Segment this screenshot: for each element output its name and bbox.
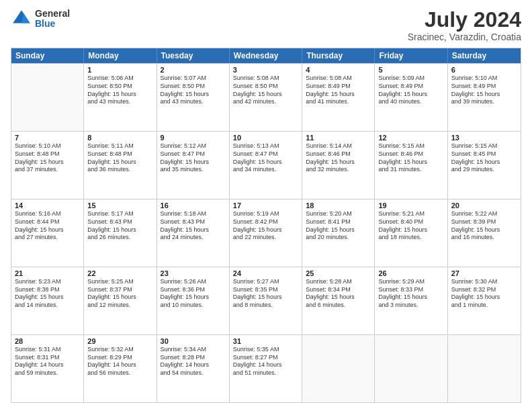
day-number: 1	[87, 66, 152, 74]
day-number: 13	[451, 134, 517, 142]
day-number: 22	[87, 269, 152, 277]
day-number: 18	[306, 201, 371, 210]
day-cell-26: 26Sunrise: 5:29 AM Sunset: 8:33 PM Dayli…	[375, 267, 447, 334]
day-info: Sunrise: 5:21 AM Sunset: 8:40 PM Dayligh…	[378, 210, 443, 242]
day-info: Sunrise: 5:26 AM Sunset: 8:36 PM Dayligh…	[161, 278, 226, 310]
day-number: 15	[87, 201, 152, 210]
day-number: 7	[15, 134, 80, 142]
day-info: Sunrise: 5:35 AM Sunset: 8:27 PM Dayligh…	[233, 346, 298, 377]
day-info: Sunrise: 5:32 AM Sunset: 8:29 PM Dayligh…	[87, 346, 152, 377]
day-cell-3: 3Sunrise: 5:08 AM Sunset: 8:50 PM Daylig…	[230, 64, 302, 131]
day-cell-empty-0-0	[11, 64, 84, 131]
day-info: Sunrise: 5:23 AM Sunset: 8:38 PM Dayligh…	[15, 278, 80, 310]
day-info: Sunrise: 5:20 AM Sunset: 8:41 PM Dayligh…	[306, 210, 371, 242]
day-number: 24	[233, 269, 298, 277]
title-section: July 2024 Sracinec, Varazdin, Croatia	[408, 8, 521, 42]
day-info: Sunrise: 5:15 AM Sunset: 8:46 PM Dayligh…	[378, 142, 443, 174]
day-info: Sunrise: 5:30 AM Sunset: 8:32 PM Dayligh…	[451, 278, 517, 310]
day-info: Sunrise: 5:17 AM Sunset: 8:43 PM Dayligh…	[87, 210, 152, 242]
location: Sracinec, Varazdin, Croatia	[408, 32, 521, 42]
day-number: 29	[87, 337, 152, 345]
logo-icon	[11, 8, 32, 30]
page: General Blue July 2024 Sracinec, Varazdi…	[0, 0, 532, 411]
day-cell-19: 19Sunrise: 5:21 AM Sunset: 8:40 PM Dayli…	[375, 199, 447, 267]
day-cell-9: 9Sunrise: 5:12 AM Sunset: 8:47 PM Daylig…	[157, 132, 230, 199]
day-number: 8	[87, 134, 152, 142]
day-cell-14: 14Sunrise: 5:16 AM Sunset: 8:44 PM Dayli…	[11, 199, 84, 267]
day-info: Sunrise: 5:27 AM Sunset: 8:35 PM Dayligh…	[233, 278, 298, 310]
day-info: Sunrise: 5:10 AM Sunset: 8:48 PM Dayligh…	[15, 142, 80, 174]
day-number: 11	[306, 134, 371, 142]
weekday-header-saturday: Saturday	[448, 48, 521, 63]
day-number: 30	[161, 337, 226, 345]
day-cell-15: 15Sunrise: 5:17 AM Sunset: 8:43 PM Dayli…	[84, 199, 157, 267]
day-cell-12: 12Sunrise: 5:15 AM Sunset: 8:46 PM Dayli…	[375, 132, 447, 199]
day-cell-24: 24Sunrise: 5:27 AM Sunset: 8:35 PM Dayli…	[230, 267, 302, 334]
day-cell-18: 18Sunrise: 5:20 AM Sunset: 8:41 PM Dayli…	[302, 199, 375, 267]
day-cell-25: 25Sunrise: 5:28 AM Sunset: 8:34 PM Dayli…	[302, 267, 375, 334]
logo-text: General Blue	[35, 9, 70, 30]
calendar-row-4: 21Sunrise: 5:23 AM Sunset: 8:38 PM Dayli…	[11, 267, 521, 334]
header: General Blue July 2024 Sracinec, Varazdi…	[11, 8, 521, 42]
day-info: Sunrise: 5:14 AM Sunset: 8:46 PM Dayligh…	[306, 142, 371, 174]
day-cell-empty-4-4	[302, 335, 375, 402]
day-cell-empty-4-6	[448, 335, 521, 402]
day-cell-20: 20Sunrise: 5:22 AM Sunset: 8:39 PM Dayli…	[448, 199, 521, 267]
day-number: 28	[15, 337, 80, 345]
weekday-header-monday: Monday	[84, 48, 157, 63]
calendar-row-2: 7Sunrise: 5:10 AM Sunset: 8:48 PM Daylig…	[11, 131, 521, 199]
day-cell-27: 27Sunrise: 5:30 AM Sunset: 8:32 PM Dayli…	[448, 267, 521, 334]
day-number: 21	[15, 269, 80, 277]
weekday-header-thursday: Thursday	[302, 48, 375, 63]
calendar-row-1: 1Sunrise: 5:06 AM Sunset: 8:50 PM Daylig…	[11, 63, 521, 131]
day-cell-empty-4-5	[375, 335, 447, 402]
weekday-header-wednesday: Wednesday	[230, 48, 302, 63]
day-number: 31	[233, 337, 298, 345]
day-number: 10	[233, 134, 298, 142]
day-info: Sunrise: 5:08 AM Sunset: 8:49 PM Dayligh…	[306, 75, 371, 106]
day-cell-28: 28Sunrise: 5:31 AM Sunset: 8:31 PM Dayli…	[11, 335, 84, 402]
day-number: 20	[451, 201, 517, 210]
day-info: Sunrise: 5:18 AM Sunset: 8:43 PM Dayligh…	[161, 210, 226, 242]
day-number: 6	[451, 66, 517, 74]
day-cell-1: 1Sunrise: 5:06 AM Sunset: 8:50 PM Daylig…	[84, 64, 157, 131]
calendar-body: 1Sunrise: 5:06 AM Sunset: 8:50 PM Daylig…	[11, 63, 521, 402]
day-number: 17	[233, 201, 298, 210]
day-number: 26	[378, 269, 443, 277]
calendar: SundayMondayTuesdayWednesdayThursdayFrid…	[11, 48, 521, 403]
day-cell-21: 21Sunrise: 5:23 AM Sunset: 8:38 PM Dayli…	[11, 267, 84, 334]
day-cell-16: 16Sunrise: 5:18 AM Sunset: 8:43 PM Dayli…	[157, 199, 230, 267]
logo: General Blue	[11, 8, 70, 30]
logo-blue: Blue	[35, 19, 70, 29]
day-info: Sunrise: 5:28 AM Sunset: 8:34 PM Dayligh…	[306, 278, 371, 310]
day-cell-29: 29Sunrise: 5:32 AM Sunset: 8:29 PM Dayli…	[84, 335, 157, 402]
day-cell-10: 10Sunrise: 5:13 AM Sunset: 8:47 PM Dayli…	[230, 132, 302, 199]
day-info: Sunrise: 5:06 AM Sunset: 8:50 PM Dayligh…	[87, 75, 152, 106]
day-info: Sunrise: 5:19 AM Sunset: 8:42 PM Dayligh…	[233, 210, 298, 242]
calendar-row-5: 28Sunrise: 5:31 AM Sunset: 8:31 PM Dayli…	[11, 334, 521, 402]
day-info: Sunrise: 5:07 AM Sunset: 8:50 PM Dayligh…	[161, 75, 226, 106]
day-info: Sunrise: 5:16 AM Sunset: 8:44 PM Dayligh…	[15, 210, 80, 242]
calendar-row-3: 14Sunrise: 5:16 AM Sunset: 8:44 PM Dayli…	[11, 199, 521, 267]
day-info: Sunrise: 5:13 AM Sunset: 8:47 PM Dayligh…	[233, 142, 298, 174]
logo-general: General	[35, 9, 70, 19]
day-info: Sunrise: 5:15 AM Sunset: 8:45 PM Dayligh…	[451, 142, 517, 174]
day-number: 9	[161, 134, 226, 142]
day-number: 25	[306, 269, 371, 277]
day-cell-23: 23Sunrise: 5:26 AM Sunset: 8:36 PM Dayli…	[157, 267, 230, 334]
day-info: Sunrise: 5:34 AM Sunset: 8:28 PM Dayligh…	[161, 346, 226, 377]
day-number: 23	[161, 269, 226, 277]
day-cell-8: 8Sunrise: 5:11 AM Sunset: 8:48 PM Daylig…	[84, 132, 157, 199]
day-cell-22: 22Sunrise: 5:25 AM Sunset: 8:37 PM Dayli…	[84, 267, 157, 334]
day-cell-13: 13Sunrise: 5:15 AM Sunset: 8:45 PM Dayli…	[448, 132, 521, 199]
weekday-header-tuesday: Tuesday	[157, 48, 230, 63]
day-number: 3	[233, 66, 298, 74]
day-cell-7: 7Sunrise: 5:10 AM Sunset: 8:48 PM Daylig…	[11, 132, 84, 199]
day-number: 14	[15, 201, 80, 210]
calendar-header: SundayMondayTuesdayWednesdayThursdayFrid…	[11, 48, 521, 63]
day-number: 27	[451, 269, 517, 277]
day-cell-30: 30Sunrise: 5:34 AM Sunset: 8:28 PM Dayli…	[157, 335, 230, 402]
day-cell-2: 2Sunrise: 5:07 AM Sunset: 8:50 PM Daylig…	[157, 64, 230, 131]
day-number: 19	[378, 201, 443, 210]
day-info: Sunrise: 5:29 AM Sunset: 8:33 PM Dayligh…	[378, 278, 443, 310]
